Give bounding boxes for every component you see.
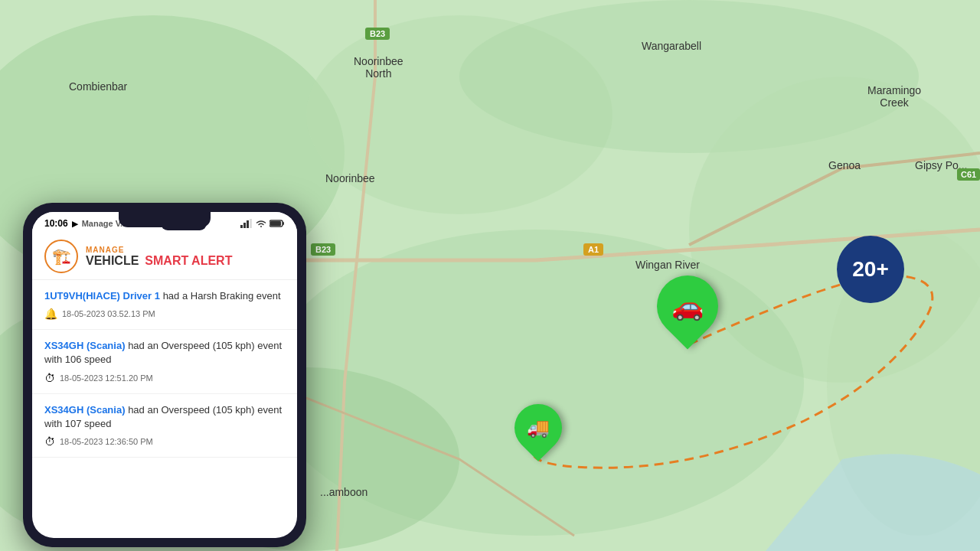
app-header: 🏗️ MANAGE VEHICLE SMART ALERT (32, 233, 297, 280)
svg-rect-12 (250, 219, 252, 228)
alert2-vehicle: XS34GH (Scania) (44, 340, 126, 351)
marker-large: 🚗 (657, 276, 718, 347)
alert-item-3: XS34GH (Scania) had an Overspeed (105 kp… (32, 394, 297, 458)
app-title-group: MANAGE VEHICLE SMART ALERT (86, 246, 232, 268)
app-manage-label: MANAGE (86, 246, 232, 254)
alert-item-2: XS34GH (Scania) had an Overspeed (105 kp… (32, 330, 297, 393)
alert3-time: 18-05-2023 12:36:50 PM (60, 437, 153, 446)
svg-rect-9 (240, 225, 243, 228)
alert1-time: 18-05-2023 03.52.13 PM (62, 309, 155, 318)
svg-rect-15 (283, 222, 284, 225)
status-icons (240, 219, 285, 228)
map-label-maramingo: MaramingoCreek (867, 84, 921, 109)
alert2-icon: ⏱ (44, 372, 55, 384)
alert2-time: 18-05-2023 12:51.20 PM (60, 373, 153, 383)
app-smart-alert-label: SMART ALERT (145, 254, 232, 268)
alert3-icon: ⏱ (44, 435, 55, 448)
alert-list: 1UT9VH(HIACE) Driver 1 had a Harsh Braki… (32, 280, 297, 538)
road-badge-a1: A1 (583, 243, 603, 256)
marker-small: 🚚 (514, 404, 562, 459)
road-badge-b23-bottom: B23 (311, 243, 335, 256)
road-badge-b23-top: B23 (365, 28, 390, 40)
map-label-noorinbee-north: NoorinbeeNorth (354, 55, 403, 80)
map-label-combienbar: Combienbar (69, 80, 127, 93)
map-label-wangarabell: Wangarabell (642, 40, 701, 52)
status-location-icon: ▶ (72, 220, 78, 228)
svg-rect-10 (243, 223, 246, 228)
app-vehicle-label: VEHICLE (86, 254, 139, 268)
road-badge-c61: C61 (957, 168, 980, 181)
badge-20plus: 20+ (837, 236, 904, 303)
map-label-genoa: Genoa (828, 159, 861, 171)
svg-rect-11 (247, 220, 249, 228)
alert-item-1: 1UT9VH(HIACE) Driver 1 had a Harsh Braki… (32, 280, 297, 330)
map-label-wingan-river: Wingan River (635, 259, 700, 271)
map-label-tamboon: ...amboon (320, 486, 368, 498)
phone-mockup: 10:06 ▶ Manage V... ● (23, 203, 306, 547)
app-logo-icon: 🏗️ (52, 247, 71, 266)
alert1-message: had a Harsh Braking event (163, 290, 281, 302)
alert3-vehicle: XS34GH (Scania) (44, 404, 126, 416)
alert1-vehicle: 1UT9VH(HIACE) Driver 1 (44, 290, 160, 302)
alert1-icon: 🔔 (44, 308, 57, 320)
app-logo: 🏗️ (44, 240, 78, 273)
phone-notch (119, 212, 211, 227)
status-time: 10:06 (44, 218, 68, 229)
map-label-noorinbee: Noorinbee (325, 172, 375, 184)
svg-rect-14 (270, 221, 281, 226)
